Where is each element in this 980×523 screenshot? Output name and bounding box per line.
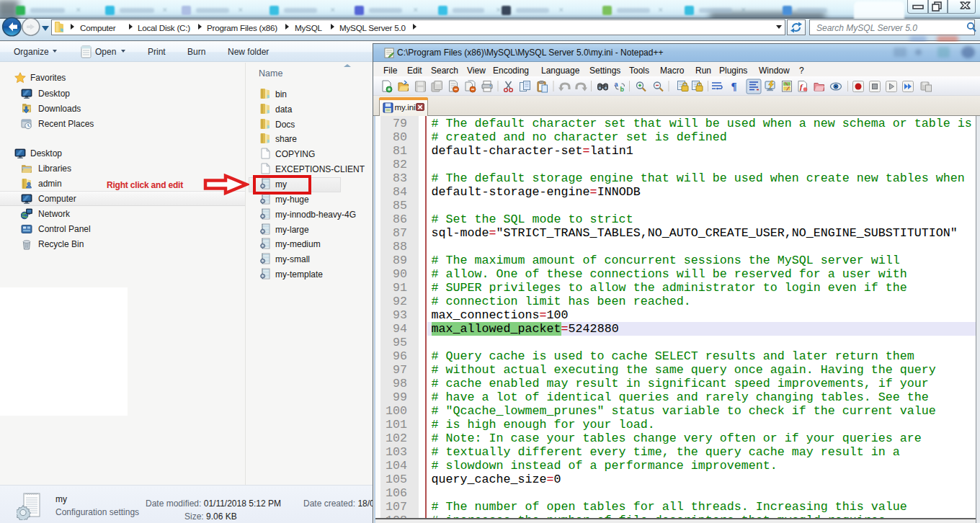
svg-text:b: b bbox=[620, 86, 625, 93]
svg-text:¶: ¶ bbox=[731, 81, 737, 92]
svg-text:a: a bbox=[615, 81, 619, 88]
